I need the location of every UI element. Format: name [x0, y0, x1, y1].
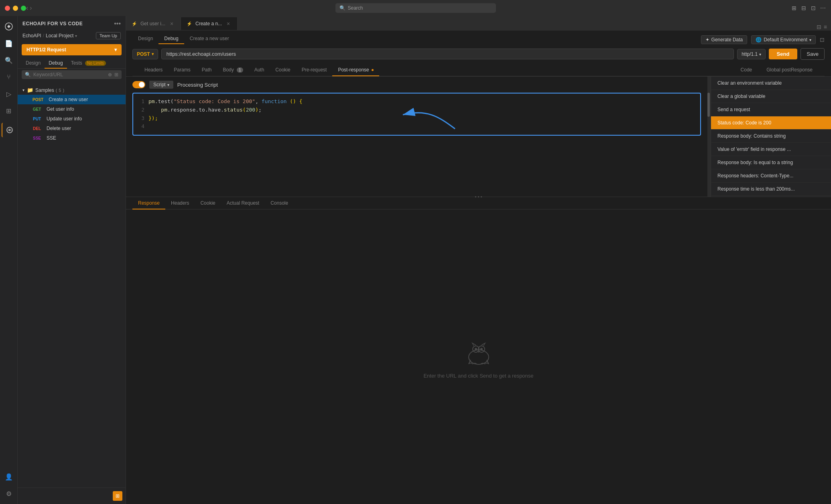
tab-get-user[interactable]: ⚡ Get user i... ×: [126, 17, 181, 30]
filter-icon[interactable]: ⊕: [108, 72, 112, 77]
script-type-button[interactable]: Script ▾: [149, 81, 173, 89]
split-editor-icon[interactable]: ⊟: [817, 24, 821, 30]
subtab-headers[interactable]: Headers: [139, 64, 168, 76]
resp-tab-cookie[interactable]: Cookie: [195, 197, 221, 209]
iconbar-extensions[interactable]: ⊞: [2, 104, 16, 118]
code-line-1: 1 pm.test("Status code: Code is 200", fu…: [138, 98, 695, 106]
iconbar-logo[interactable]: [2, 19, 16, 34]
request-item-get-user[interactable]: GET Get user info: [18, 104, 126, 114]
environment-selector[interactable]: 🌐 Default Environment ▾: [751, 35, 816, 44]
iconbar-api[interactable]: [2, 123, 16, 137]
save-button[interactable]: Save: [801, 48, 825, 60]
iconbar-settings[interactable]: ⚙: [2, 486, 16, 501]
team-up-button[interactable]: Team Up: [96, 32, 121, 39]
snippet-status-200[interactable]: Status code: Code is 200: [711, 116, 831, 130]
iconbar-account[interactable]: 👤: [2, 469, 16, 484]
tab-close-icon[interactable]: ×: [169, 20, 175, 27]
snippet-clear-global[interactable]: Clear a global variable: [711, 90, 831, 103]
generate-data-button[interactable]: ✦ Generate Data: [701, 35, 748, 44]
subtab-params[interactable]: Params: [168, 64, 196, 76]
close-button[interactable]: [5, 6, 10, 11]
tab-tests[interactable]: Tests No Limits: [67, 58, 110, 68]
request-item-sse[interactable]: SSE SSE: [18, 133, 126, 143]
req-tab-debug[interactable]: Debug: [158, 34, 184, 44]
globe-icon: 🌐: [756, 37, 762, 43]
method-selector[interactable]: POST ▾: [132, 49, 158, 59]
resp-tab-response[interactable]: Response: [132, 197, 165, 209]
snippet-response-time[interactable]: Response time is less than 200ms...: [711, 183, 831, 196]
minimize-button[interactable]: [13, 6, 18, 11]
snippet-body-contains[interactable]: Response body: Contains string: [711, 130, 831, 143]
resp-tab-headers[interactable]: Headers: [165, 197, 195, 209]
snippet-errstr-field[interactable]: Value of 'errstr' field in response ...: [711, 143, 831, 156]
resp-tab-console[interactable]: Console: [265, 197, 294, 209]
response-hint-text: Enter the URL and click Send to get a re…: [423, 373, 533, 379]
local-project-btn[interactable]: Local Project: [46, 33, 73, 39]
search-bar[interactable]: 🔍 Search: [335, 3, 496, 13]
resp-tab-actual-request[interactable]: Actual Request: [221, 197, 265, 209]
iconbar-run[interactable]: ▷: [2, 87, 16, 101]
titlebar-right: ⊞ ⊟ ⊡ ⋯: [791, 5, 826, 11]
iconbar-explorer[interactable]: 📄: [2, 36, 16, 51]
chevron-down-icon: ▾: [809, 38, 811, 42]
tab-debug[interactable]: Debug: [45, 58, 67, 68]
code-editor[interactable]: 1 pm.test("Status code: Code is 200", fu…: [132, 93, 701, 136]
request-item-post-create[interactable]: POST Create a new user: [18, 95, 126, 104]
layout-icon[interactable]: ⊟: [801, 5, 807, 11]
maximize-button[interactable]: [21, 6, 26, 11]
samples-count: 5: [59, 88, 61, 93]
request-item-del-delete[interactable]: DEL Delete user: [18, 124, 126, 133]
req-tab-create-user[interactable]: Create a new user: [184, 34, 235, 44]
forward-arrow[interactable]: ›: [30, 4, 32, 12]
panel-icon[interactable]: ⊡: [810, 5, 817, 11]
subtab-prerequest[interactable]: Pre-request: [296, 64, 333, 76]
subtab-path[interactable]: Path: [196, 64, 217, 76]
snippet-send-request[interactable]: Send a request: [711, 103, 831, 116]
send-button[interactable]: Send: [769, 49, 798, 59]
url-input[interactable]: [161, 49, 734, 59]
tab-close-icon[interactable]: ×: [225, 20, 232, 27]
scroll-thumb: [707, 93, 710, 117]
new-request-button[interactable]: HTTP1/2 Request ▾: [22, 44, 122, 55]
sidebar-toggle-icon[interactable]: ⊞: [791, 5, 797, 11]
sidebar-more-btn[interactable]: •••: [114, 20, 121, 27]
search-box[interactable]: 🔍 ⊕ ⊞: [22, 70, 122, 79]
search-input[interactable]: [33, 72, 106, 77]
tab-label: Get user i...: [140, 21, 165, 26]
project-header: EchoAPI / Local Project ▾ Team Up: [18, 30, 126, 42]
chevron-down-icon: ▾: [167, 83, 169, 87]
script-toggle[interactable]: [132, 81, 145, 88]
sidebar-header: ECHOAPI FOR VS CODE •••: [18, 16, 126, 30]
url-bar: POST ▾ http/1.1 ▾ Send Save: [132, 48, 825, 60]
request-name: Delete user: [47, 126, 71, 131]
app-layout: 📄 🔍 ⑂ ▷ ⊞ 👤 ⚙ ECHOAPI FOR VS CODE ••• E: [0, 16, 831, 504]
snippet-clear-env[interactable]: Clear an environment variable: [711, 77, 831, 90]
subtab-cookie[interactable]: Cookie: [270, 64, 296, 76]
snippet-body-equal[interactable]: Response body: Is equal to a string: [711, 156, 831, 169]
samples-folder[interactable]: ▾ 📁 Samples ( 5 ): [18, 85, 126, 95]
owl-icon: [463, 335, 495, 367]
subtab-global-postresponse[interactable]: Global postResponse: [761, 64, 818, 76]
more-icon[interactable]: ⋯: [820, 5, 826, 11]
request-item-put-update[interactable]: PUT Update user info: [18, 114, 126, 124]
titlebar: ‹ › 🔍 Search ⊞ ⊟ ⊡ ⋯: [0, 0, 831, 16]
svg-point-8: [480, 348, 483, 350]
http-version-selector[interactable]: http/1.1 ▾: [737, 49, 765, 59]
more-tabs-icon[interactable]: ≡: [824, 24, 827, 30]
subtab-postresponse[interactable]: Post-response: [332, 64, 379, 76]
tab-create-user[interactable]: ⚡ Create a n... ×: [181, 17, 238, 30]
method-label: POST: [137, 51, 150, 57]
back-arrow[interactable]: ‹: [26, 4, 28, 12]
extension-icon[interactable]: ⊞: [113, 491, 122, 501]
subtab-auth[interactable]: Auth: [249, 64, 270, 76]
subtab-code[interactable]: Code: [735, 64, 758, 76]
layout-icon[interactable]: ⊡: [820, 37, 825, 43]
iconbar-search[interactable]: 🔍: [2, 53, 16, 67]
subtab-body[interactable]: Body 1: [217, 64, 248, 76]
req-tab-design[interactable]: Design: [132, 34, 158, 44]
tab-design[interactable]: Design: [22, 58, 45, 68]
script-scrollbar[interactable]: [707, 77, 711, 197]
snippet-content-type[interactable]: Response headers: Content-Type...: [711, 169, 831, 183]
sort-icon[interactable]: ⊞: [114, 72, 118, 77]
iconbar-git[interactable]: ⑂: [2, 70, 16, 84]
